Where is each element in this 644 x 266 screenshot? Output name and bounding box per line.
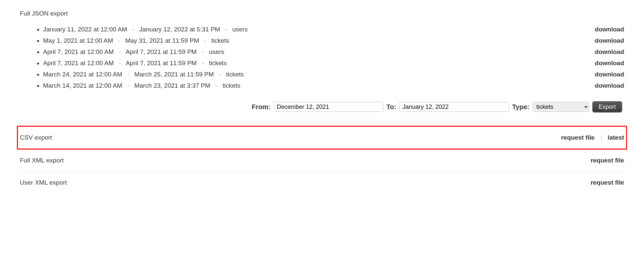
export-form: From: To: Type: tickets Export — [20, 101, 624, 112]
export-to: March 23, 2021 at 3:37 PM — [134, 82, 210, 89]
separator: - — [202, 48, 204, 55]
download-link[interactable]: download — [595, 80, 624, 91]
export-row: May 1, 2021 at 12:00 AM - May 31, 2021 a… — [43, 35, 624, 46]
separator: - — [118, 37, 120, 44]
export-row: March 24, 2021 at 12:00 AM - March 25, 2… — [43, 69, 624, 80]
export-type: users — [209, 48, 224, 55]
xml-request-file-link[interactable]: request file — [591, 157, 624, 164]
csv-export-row: CSV export request file | latest — [20, 127, 624, 149]
export-from: January 11, 2022 at 12:00 AM — [43, 26, 127, 33]
full-json-export-title: Full JSON export — [20, 10, 624, 17]
export-to: April 7, 2021 at 11:59 PM — [126, 60, 196, 66]
from-input[interactable] — [274, 102, 383, 112]
separator: - — [215, 82, 217, 89]
user-xml-export-label: User XML export — [20, 179, 67, 186]
full-xml-export-label: Full XML export — [20, 157, 64, 164]
action-separator: | — [600, 134, 602, 141]
from-label: From: — [252, 103, 271, 111]
csv-latest-link[interactable]: latest — [608, 134, 624, 141]
export-type: tickets — [209, 60, 227, 66]
export-type: users — [232, 26, 247, 33]
separator: - — [119, 48, 121, 55]
export-button[interactable]: Export — [592, 101, 622, 112]
export-type: tickets — [223, 82, 241, 89]
to-input[interactable] — [400, 102, 509, 112]
export-to: January 12, 2022 at 5:31 PM — [139, 26, 220, 33]
export-type: tickets — [211, 37, 229, 44]
csv-export-label: CSV export — [20, 134, 52, 141]
download-link[interactable]: download — [595, 58, 624, 69]
json-export-list: January 11, 2022 at 12:00 AM - January 1… — [20, 24, 624, 91]
separator: - — [204, 37, 206, 44]
export-row: April 7, 2021 at 12:00 AM - April 7, 202… — [43, 58, 624, 69]
export-from: April 7, 2021 at 12:00 AM — [43, 48, 114, 55]
export-type: tickets — [226, 71, 244, 78]
export-from: March 14, 2021 at 12:00 AM — [43, 82, 122, 89]
export-from: April 7, 2021 at 12:00 AM — [43, 60, 114, 66]
export-to: May 31, 2021 at 11:59 PM — [125, 37, 199, 44]
export-row: April 7, 2021 at 12:00 AM - April 7, 202… — [43, 46, 624, 58]
separator: - — [219, 71, 221, 78]
export-to: March 25, 2021 at 11:59 PM — [134, 71, 214, 78]
separator: - — [132, 26, 134, 33]
export-from: May 1, 2021 at 12:00 AM — [43, 37, 113, 44]
separator: - — [127, 82, 129, 89]
download-link[interactable]: download — [595, 69, 624, 80]
separator: - — [127, 71, 129, 78]
separator: - — [202, 60, 204, 66]
csv-request-file-link[interactable]: request file — [561, 134, 594, 141]
type-select[interactable]: tickets — [533, 102, 589, 112]
export-from: March 24, 2021 at 12:00 AM — [43, 71, 122, 78]
export-row: March 14, 2021 at 12:00 AM - March 23, 2… — [43, 80, 624, 91]
full-xml-export-row: Full XML export request file — [20, 150, 624, 172]
download-link[interactable]: download — [595, 35, 624, 46]
download-link[interactable]: download — [595, 24, 624, 35]
separator: - — [119, 60, 121, 66]
user-xml-export-row: User XML export request file — [20, 172, 624, 194]
download-link[interactable]: download — [595, 46, 624, 58]
csv-export-highlight: CSV export request file | latest — [17, 126, 627, 150]
user-xml-request-file-link[interactable]: request file — [591, 179, 624, 186]
export-row: January 11, 2022 at 12:00 AM - January 1… — [43, 24, 624, 35]
to-label: To: — [387, 103, 397, 111]
type-label: Type: — [512, 103, 529, 111]
separator: - — [225, 26, 227, 33]
export-to: April 7, 2021 at 11:59 PM — [126, 48, 196, 55]
